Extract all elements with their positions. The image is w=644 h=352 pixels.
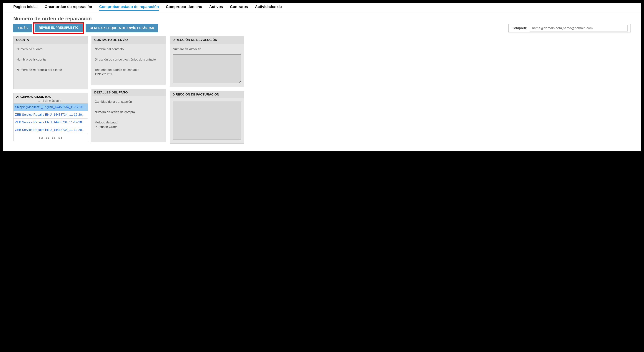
ship-contact-header: CONTACTO DE ENVÍO [92, 36, 166, 44]
return-address-textarea[interactable] [173, 54, 241, 83]
share-box: Compartir [508, 24, 631, 32]
account-name-label: Nombre de la cuenta [16, 58, 85, 61]
account-number-label: Número de cuenta [16, 47, 85, 51]
page-title: Número de orden de reparación [3, 12, 641, 24]
payment-amount-label: Cantidad de la transacción [95, 100, 163, 104]
action-row: ATRÁS REVISE EL PRESUPUESTO GENERAR ETIQ… [3, 24, 641, 32]
column-1: CUENTA Número de cuenta Nombre de la cue… [13, 36, 88, 141]
attachment-row[interactable]: ShippingManifest1_English_14458734_11-12… [14, 103, 88, 111]
attachments-pager: ▮◀ ◀◀ ▶▶ ▶▮ [14, 134, 88, 141]
payment-card: DETALLES DEL PAGO Cantidad de la transac… [92, 89, 166, 142]
tab-check-status[interactable]: Comprobar estado de reparación [99, 4, 159, 11]
tab-create-order[interactable]: Crear orden de reparación [45, 4, 92, 11]
cards-grid: CUENTA Número de cuenta Nombre de la cue… [3, 32, 641, 147]
pager-next-icon[interactable]: ▶▶ [52, 136, 56, 139]
tab-contracts[interactable]: Contratos [230, 4, 248, 11]
contact-phone-value: 1231231232 [95, 72, 163, 76]
tab-entitlement[interactable]: Comprobar derecho [166, 4, 202, 11]
attachment-row[interactable]: ZEB Service Repairs ENU_14458734_11-12-2… [14, 126, 88, 134]
return-address-card: DIRECCIÓN DE DEVOLUCIÓN Número de almacé… [170, 36, 244, 87]
column-3: DIRECCIÓN DE DEVOLUCIÓN Número de almacé… [170, 36, 244, 144]
review-quote-button[interactable]: REVISE EL PRESUPUESTO [35, 24, 82, 32]
payment-method-label: Método de pago [95, 121, 163, 124]
payment-po-label: Número de orden de compra [95, 110, 163, 114]
generate-label-button[interactable]: GENERAR ETIQUETA DE ENVÍO ESTÁNDAR [86, 24, 158, 32]
pager-first-icon[interactable]: ▮◀ [39, 136, 42, 139]
app-viewport: Página inicial Crear orden de reparación… [3, 3, 641, 151]
ship-contact-card: CONTACTO DE ENVÍO Nombre del contacto Di… [92, 36, 166, 85]
account-card: CUENTA Número de cuenta Nombre de la cue… [13, 36, 88, 89]
column-2: CONTACTO DE ENVÍO Nombre del contacto Di… [92, 36, 166, 142]
share-input[interactable] [530, 25, 628, 31]
tab-assets[interactable]: Activos [209, 4, 223, 11]
account-header: CUENTA [14, 36, 88, 44]
billing-address-textarea[interactable] [173, 101, 241, 140]
contact-email-label: Dirección de correo electrónico del cont… [95, 58, 163, 61]
attachments-header: ARCHIVOS ADJUNTOS [16, 95, 85, 99]
attachment-row[interactable]: ZEB Service Repairs ENU_14458734_11-12-2… [14, 118, 88, 126]
share-label: Compartir [512, 26, 527, 30]
attachments-card: ARCHIVOS ADJUNTOS 1 - 4 de más de 4+ Shi… [13, 93, 88, 141]
attachments-range: 1 - 4 de más de 4+ [16, 99, 85, 102]
warehouse-label: Número de almacén [173, 47, 241, 51]
billing-address-header: DIRECCIÓN DE FACTURACIÓN [170, 91, 244, 98]
pager-last-icon[interactable]: ▶▮ [58, 136, 62, 139]
tab-home[interactable]: Página inicial [13, 4, 38, 11]
back-button[interactable]: ATRÁS [13, 24, 32, 32]
attachment-row[interactable]: ZEB Service Repairs ENU_14458734_11-12-2… [14, 111, 88, 118]
review-quote-highlight: REVISE EL PRESUPUESTO [35, 24, 82, 32]
account-ref-label: Número de referencia del cliente [16, 68, 85, 72]
payment-header: DETALLES DEL PAGO [92, 89, 166, 96]
top-tabs: Página inicial Crear orden de reparación… [3, 4, 641, 12]
billing-address-card: DIRECCIÓN DE FACTURACIÓN [170, 91, 244, 144]
tab-activities[interactable]: Actividades de [255, 4, 282, 11]
return-address-header: DIRECCIÓN DE DEVOLUCIÓN [170, 36, 244, 44]
contact-name-label: Nombre del contacto [95, 47, 163, 51]
pager-prev-icon[interactable]: ◀◀ [45, 136, 49, 139]
payment-method-value: Purchase Order [95, 125, 163, 129]
contact-phone-label: Teléfono del trabajo de contacto [95, 68, 163, 72]
